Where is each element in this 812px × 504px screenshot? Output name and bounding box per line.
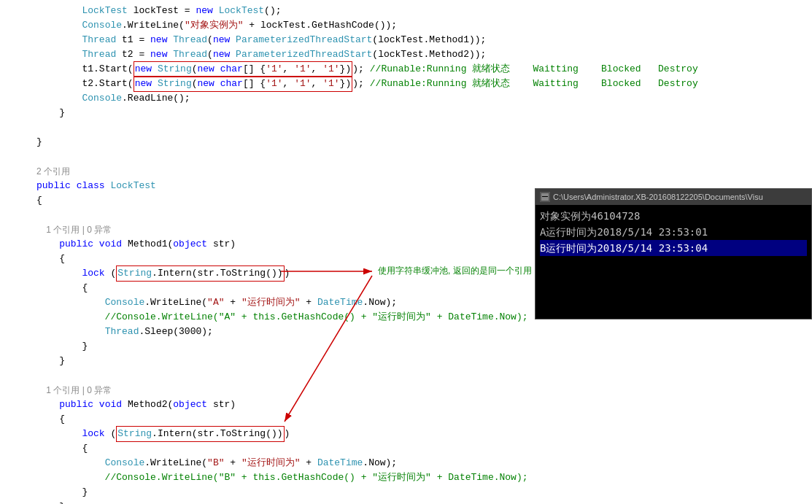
code-line: } [36,500,805,504]
console-window: C:\Users\Administrator.XB-201608122205\D… [535,188,812,319]
code-line: Console.WriteLine("对象实例为" + lockTest.Get… [36,18,805,33]
console-icon [540,192,550,202]
code-line: Console.WriteLine("B" + "运行时间为" + DateTi… [36,456,805,470]
code-editor: LockTest lockTest = new LockTest(); Cons… [0,0,812,504]
console-body: 对象实例为46104728 A运行时间为2018/5/14 23:53:01 B… [535,205,811,259]
code-line [36,120,805,135]
code-line: } [36,135,805,150]
code-line: Thread t1 = new Thread(new Parameterized… [36,33,805,47]
code-line: Thread.Sleep(3000); [36,325,805,339]
code-line: } [36,354,805,368]
code-line: { [36,441,805,456]
code-line [36,368,805,383]
code-line: { [36,412,805,427]
lock-line-2: lock (String.Intern(str.ToString())) [36,427,805,441]
code-line: } [36,485,805,500]
method2-signature: public void Method2(object str) [36,398,805,412]
highlighted-line-1: t1.Start(new String(new char[] {'1', '1'… [36,62,805,77]
ref-label-3: 1 个引用 | 0 异常 [36,383,805,398]
console-titlebar: C:\Users\Administrator.XB-201608122205\D… [535,189,811,205]
code-line [36,150,805,164]
console-line-2: A运行时间为2018/5/14 23:53:01 [540,226,708,238]
highlighted-line-2: t2.Start(new String(new char[] {'1', '1'… [36,77,805,91]
code-line: Thread t2 = new Thread(new Parameterized… [36,47,805,62]
code-line: Console.ReadLine(); [36,91,805,106]
code-line: LockTest lockTest = new LockTest(); [36,4,805,18]
console-line-1: 对象实例为46104728 [540,210,640,222]
ref-label-1: 2 个引用 [36,164,805,179]
annotation-text: 使用字符串缓冲池, 返回的是同一个引用 [378,265,532,277]
code-line: } [36,339,805,354]
console-line-3: B运行时间为2018/5/14 23:53:04 [540,240,807,256]
code-line: //Console.WriteLine("B" + this.GetHashCo… [36,470,805,485]
code-line: } [36,106,805,120]
console-title: C:\Users\Administrator.XB-201608122205\D… [553,193,763,201]
svg-rect-4 [542,196,548,197]
